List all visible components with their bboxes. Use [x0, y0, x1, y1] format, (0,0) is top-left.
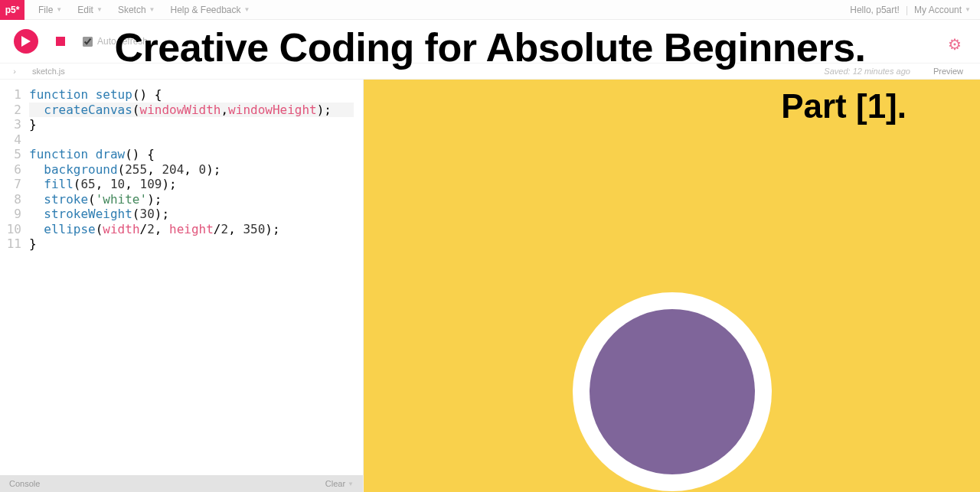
menu-account-label: My Account	[914, 5, 962, 15]
line-gutter: 1234567891011	[0, 87, 29, 475]
console-clear-button[interactable]: Clear ▼	[325, 479, 354, 488]
workspace: 1234567891011 function setup() { createC…	[0, 80, 980, 492]
menu-file-label: File	[38, 5, 53, 15]
caret-down-icon: ▼	[56, 6, 62, 13]
ellipse-stroke	[573, 292, 772, 491]
stop-button[interactable]	[54, 34, 67, 48]
menu-help-label: Help & Feedback	[170, 5, 240, 15]
autorefresh-checkbox[interactable]	[83, 37, 93, 47]
code-line[interactable]: fill(65, 10, 109);	[29, 177, 354, 192]
code-line[interactable]: stroke('white');	[29, 192, 354, 207]
code-editor[interactable]: 1234567891011 function setup() { createC…	[0, 80, 363, 475]
overlay-title: Creative Coding for Absolute Beginners.	[114, 24, 865, 70]
caret-down-icon: ▼	[965, 6, 971, 13]
stop-icon	[56, 37, 65, 46]
gear-icon: ⚙	[948, 36, 962, 53]
menu-help[interactable]: Help & Feedback▼	[162, 5, 257, 15]
code-lines[interactable]: function setup() { createCanvas(windowWi…	[29, 87, 363, 475]
menu-file[interactable]: File▼	[31, 5, 70, 15]
console-clear-label: Clear	[325, 479, 345, 488]
file-tab-sketch[interactable]: sketch.js	[21, 67, 76, 76]
console-bar: Console Clear ▼	[0, 475, 363, 492]
menu-separator: |	[906, 5, 908, 15]
menu-sketch-label: Sketch	[118, 5, 146, 15]
p5-logo: p5*	[0, 0, 24, 20]
code-line[interactable]: function draw() {	[29, 147, 354, 162]
code-line[interactable]: createCanvas(windowWidth,windowHeight);	[29, 103, 354, 118]
play-button[interactable]	[14, 29, 38, 54]
preview-tab-label: Preview	[924, 67, 972, 76]
code-line[interactable]: }	[29, 117, 354, 132]
caret-down-icon: ▼	[149, 6, 155, 13]
settings-button[interactable]: ⚙	[948, 35, 962, 54]
menu-sketch[interactable]: Sketch▼	[110, 5, 163, 15]
sidebar-toggle[interactable]: ›	[8, 67, 21, 76]
menu-edit-label: Edit	[77, 5, 93, 15]
caret-down-icon: ▼	[244, 6, 250, 13]
code-line[interactable]: background(255, 204, 0);	[29, 162, 354, 178]
greeting-text: Hello, p5art!	[850, 5, 900, 15]
code-line[interactable]: strokeWeight(30);	[29, 207, 354, 222]
menu-edit[interactable]: Edit▼	[70, 5, 110, 15]
ellipse-fill	[590, 309, 755, 474]
caret-down-icon: ▼	[96, 6, 103, 13]
top-menubar: p5* File▼ Edit▼ Sketch▼ Help & Feedback▼…	[0, 0, 980, 20]
menu-account[interactable]: My Account ▼	[914, 5, 971, 15]
code-line[interactable]	[29, 132, 354, 148]
code-line[interactable]: }	[29, 236, 354, 252]
caret-down-icon: ▼	[348, 481, 354, 487]
editor-pane: 1234567891011 function setup() { createC…	[0, 80, 364, 492]
overlay-subtitle: Part [1].	[781, 87, 906, 125]
code-line[interactable]: ellipse(width/2, height/2, 350);	[29, 222, 354, 237]
preview-canvas	[364, 80, 980, 492]
play-icon	[21, 36, 31, 47]
svg-marker-0	[21, 36, 31, 47]
code-line[interactable]: function setup() {	[29, 87, 354, 103]
console-label: Console	[9, 479, 40, 488]
